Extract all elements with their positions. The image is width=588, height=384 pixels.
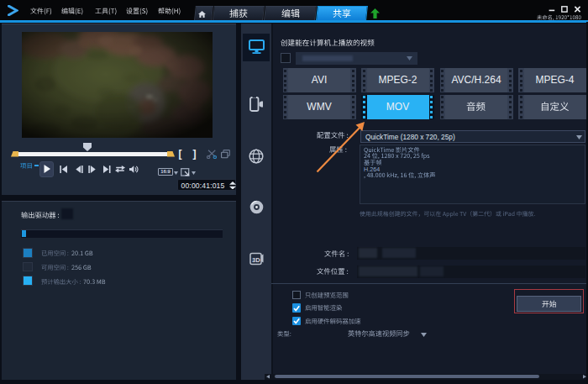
svg-text:3D: 3D <box>252 256 260 264</box>
